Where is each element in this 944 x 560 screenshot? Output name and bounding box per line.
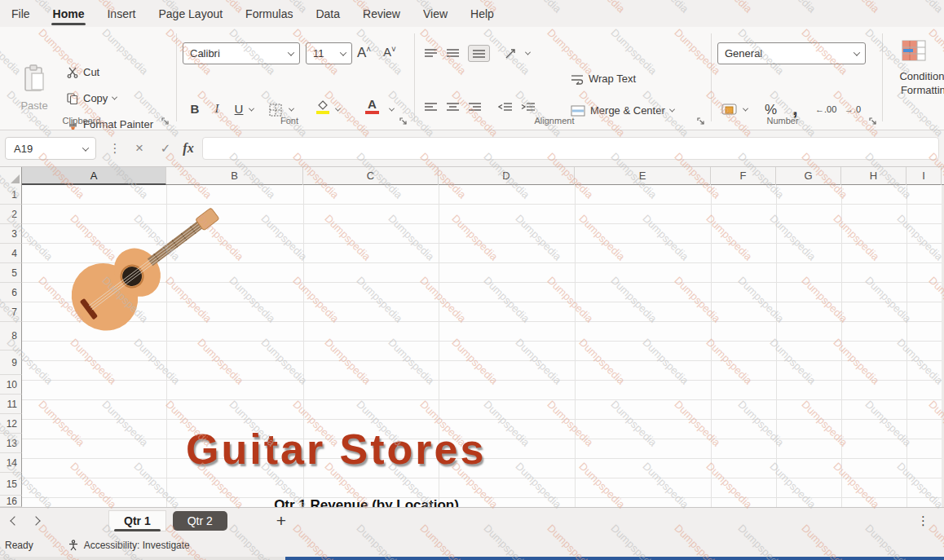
row-header-8[interactable]: 8 — [0, 322, 22, 351]
row-header-15[interactable]: 15 — [0, 473, 22, 496]
font-group-label: Font — [253, 116, 326, 126]
copy-dropdown-icon[interactable] — [112, 95, 117, 100]
decrease-decimal-button[interactable]: →.0 — [845, 104, 861, 114]
sheet-tab-qtr1[interactable]: Qtr 1 — [108, 510, 166, 531]
row-header-6[interactable]: 6 — [0, 283, 22, 302]
underline-button[interactable]: U — [230, 102, 248, 116]
align-top-icon[interactable] — [424, 48, 438, 59]
align-center-icon[interactable] — [446, 102, 460, 112]
wrap-text-button[interactable]: Wrap Text — [571, 73, 636, 85]
gridline — [776, 185, 777, 507]
column-header-C[interactable]: C — [303, 167, 439, 185]
font-size-combobox[interactable]: 11 — [306, 42, 352, 64]
borders-dropdown-icon[interactable] — [289, 106, 294, 112]
accessibility-status[interactable]: Accessibility: Investigate — [84, 540, 190, 551]
column-header-D[interactable]: D — [439, 167, 575, 185]
row-header-4[interactable]: 4 — [0, 244, 22, 263]
cut-button[interactable]: Cut — [67, 66, 99, 78]
merge-center-button[interactable]: Merge & Center — [571, 104, 674, 117]
font-name-combobox[interactable]: Calibri — [183, 42, 300, 64]
column-header-B[interactable]: B — [166, 167, 303, 185]
column-header-I[interactable]: I — [907, 167, 942, 185]
column-header-E[interactable]: E — [575, 167, 711, 185]
tab-help[interactable]: Help — [459, 0, 505, 27]
number-dialog-launcher-icon[interactable] — [869, 117, 877, 126]
tab-file[interactable]: File — [0, 0, 42, 27]
select-all-corner[interactable] — [0, 167, 22, 185]
sheet-nav-right-icon[interactable] — [31, 516, 40, 525]
name-box[interactable]: A19 — [5, 137, 96, 160]
sheet-tab-qtr2[interactable]: Qtr 2 — [173, 511, 227, 531]
italic-button[interactable]: I — [208, 102, 226, 116]
row-header-3[interactable]: 3 — [0, 224, 22, 244]
row-header-5[interactable]: 5 — [0, 263, 22, 283]
font-color-swatch — [365, 111, 379, 114]
column-header-H[interactable]: H — [841, 167, 907, 185]
font-name-dropdown-icon — [288, 49, 294, 55]
cancel-icon[interactable]: × — [129, 137, 150, 160]
add-sheet-button[interactable]: + — [276, 511, 286, 531]
merge-center-dropdown-icon — [669, 107, 675, 112]
row-header-1[interactable]: 1 — [0, 185, 22, 205]
formula-input[interactable] — [202, 137, 939, 160]
row-header-10[interactable]: 10 — [0, 375, 22, 395]
row-header-7[interactable]: 7 — [0, 302, 22, 322]
accounting-dropdown-icon[interactable] — [743, 106, 748, 112]
increase-decimal-button[interactable]: ←.00 — [815, 104, 836, 114]
row-header-2[interactable]: 2 — [0, 205, 22, 224]
sheet-tab-bar: Qtr 1 Qtr 2 + ⋮ — [0, 507, 944, 533]
column-header-G[interactable]: G — [776, 167, 841, 185]
borders-button[interactable] — [269, 104, 282, 117]
text-orientation-icon[interactable] — [505, 48, 518, 60]
fill-color-dropdown-icon[interactable] — [335, 106, 341, 112]
column-headers: ABCDEFGHI — [0, 167, 944, 185]
enter-icon[interactable]: ✓ — [155, 137, 176, 160]
tab-insert[interactable]: Insert — [95, 0, 147, 27]
conditional-formatting-button[interactable]: Conditional Formatting — [885, 69, 944, 97]
sheet-tabs-more-icon[interactable]: ⋮ — [917, 514, 929, 528]
row-header-9[interactable]: 9 — [0, 351, 22, 375]
gridline — [841, 185, 842, 507]
bold-button[interactable]: B — [186, 102, 204, 116]
shrink-font-button[interactable]: A˅ — [383, 45, 396, 59]
row-header-14[interactable]: 14 — [0, 453, 22, 473]
decrease-indent-icon[interactable] — [498, 102, 513, 112]
insert-function-icon[interactable]: fx — [178, 137, 199, 160]
align-right-icon[interactable] — [468, 102, 482, 112]
number-format-combobox[interactable]: General — [717, 42, 866, 64]
number-group-label: Number — [746, 116, 819, 126]
conditional-formatting-icon[interactable] — [902, 40, 926, 61]
clipboard-dialog-launcher-icon[interactable] — [161, 117, 170, 126]
tab-formulas[interactable]: Formulas — [234, 0, 304, 27]
row-header-16[interactable]: 16 — [0, 496, 22, 507]
tab-review[interactable]: Review — [351, 0, 412, 27]
alignment-dialog-launcher-icon[interactable] — [697, 117, 705, 126]
copy-label: Copy — [83, 92, 108, 104]
font-color-button[interactable]: A — [365, 99, 379, 114]
align-left-icon[interactable] — [424, 102, 438, 112]
tab-home[interactable]: Home — [42, 0, 96, 27]
column-header-F[interactable]: F — [711, 167, 776, 185]
copy-button[interactable]: Copy — [67, 92, 117, 104]
underline-dropdown-icon[interactable] — [249, 106, 254, 112]
column-header-A[interactable]: A — [22, 167, 166, 185]
tab-data[interactable]: Data — [304, 0, 351, 27]
status-bar: Ready Accessibility: Investigate — [0, 533, 944, 557]
font-color-dropdown-icon[interactable] — [389, 106, 395, 112]
tab-page-layout[interactable]: Page Layout — [147, 0, 234, 27]
font-dialog-launcher-icon[interactable] — [399, 117, 408, 126]
tab-view[interactable]: View — [412, 0, 459, 27]
row-header-11[interactable]: 11 — [0, 395, 22, 414]
formula-bar-more-icon[interactable]: ⋮ — [104, 137, 126, 160]
row-header-12[interactable]: 12 — [0, 414, 22, 434]
grow-font-button[interactable]: A˄ — [357, 45, 371, 61]
fill-color-button[interactable] — [316, 100, 329, 114]
align-middle-icon[interactable] — [446, 48, 460, 59]
orientation-dropdown-icon[interactable] — [525, 50, 531, 55]
accounting-format-button[interactable] — [721, 104, 737, 115]
align-bottom-icon-selected[interactable] — [468, 45, 490, 62]
sheet-nav-left-icon[interactable] — [10, 516, 19, 525]
row-header-13[interactable]: 13 — [0, 434, 22, 453]
increase-indent-icon[interactable] — [521, 102, 536, 112]
copy-icon — [67, 93, 78, 104]
